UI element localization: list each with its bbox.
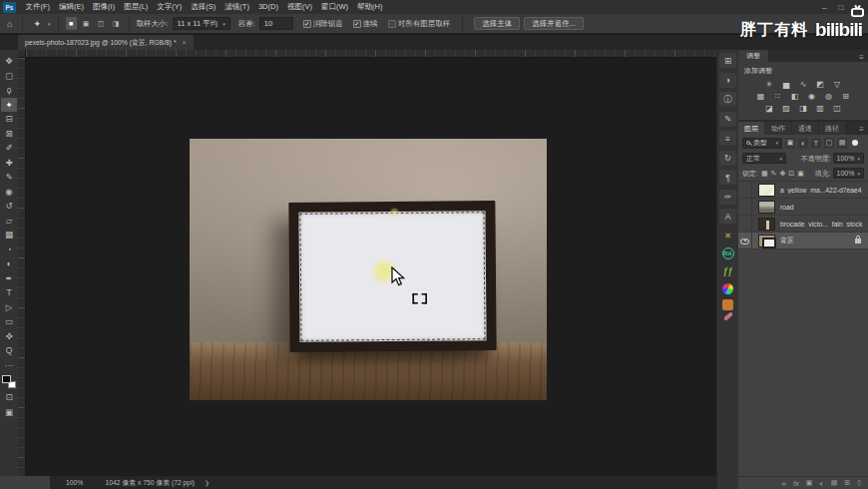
close-button[interactable]: × <box>855 3 860 12</box>
color-balance-icon[interactable]: ∷ <box>772 91 784 101</box>
plugin-pink-icon[interactable] <box>722 311 732 320</box>
lock-all-icon[interactable]: ▣ <box>797 170 804 178</box>
adjustments-panel-icon[interactable]: ◑ <box>719 73 736 88</box>
sample-all-layers-checkbox[interactable]: 对所有图层取样 <box>388 19 451 29</box>
exposure-icon[interactable]: ◩ <box>814 79 826 89</box>
color-swatches[interactable] <box>2 375 16 388</box>
intersect-selection-mode-button[interactable]: ◨ <box>111 17 122 30</box>
lasso-tool[interactable]: ϙ <box>1 83 17 98</box>
status-chevron-icon[interactable]: ❯ <box>205 479 210 486</box>
foreground-color-swatch[interactable] <box>2 375 11 383</box>
black-white-icon[interactable]: ◧ <box>789 91 801 101</box>
plugin-x-icon[interactable]: ✕ <box>719 229 736 244</box>
menu-3d[interactable]: 3D(D) <box>253 0 282 14</box>
healing-brush-tool[interactable]: ✚ <box>1 156 17 171</box>
menu-help[interactable]: 帮助(H) <box>353 0 387 14</box>
minimize-button[interactable]: – <box>822 3 826 12</box>
properties-panel-icon[interactable]: ≡ <box>719 131 736 146</box>
new-selection-mode-button[interactable]: ■ <box>66 17 77 30</box>
sample-size-dropdown[interactable]: 11 x 11 平均 ▾ <box>173 17 230 30</box>
history-panel-icon[interactable]: ↻ <box>719 151 736 166</box>
delete-layer-icon[interactable]: ▯ <box>857 479 861 487</box>
lock-position-icon[interactable]: ✥ <box>779 170 785 178</box>
plugin-ra-icon[interactable]: RA <box>722 247 734 259</box>
new-adjustment-icon[interactable]: ◐ <box>819 480 823 487</box>
add-selection-mode-button[interactable]: ▣ <box>81 17 92 30</box>
tab-paths[interactable]: 路径 <box>819 122 845 135</box>
gradient-map-icon[interactable]: ▥ <box>814 103 826 113</box>
smart-object-filter-icon[interactable]: ▤ <box>837 138 847 149</box>
close-icon[interactable]: × <box>183 39 187 46</box>
character-panel-icon[interactable]: A <box>719 209 736 224</box>
toolbar-ellipsis[interactable]: ⋯ <box>1 358 17 373</box>
adjustment-filter-icon[interactable]: ◐ <box>798 138 808 149</box>
menu-filter[interactable]: 滤镜(T) <box>220 0 254 14</box>
channel-mixer-icon[interactable]: ◍ <box>823 91 835 101</box>
screen-mode-button[interactable]: ▣ <box>1 405 17 420</box>
clone-stamp-tool[interactable]: ◉ <box>1 185 17 200</box>
new-group-icon[interactable]: ▤ <box>831 479 838 487</box>
tab-layers[interactable]: 图层 <box>738 122 764 135</box>
menu-edit[interactable]: 编辑(E) <box>55 0 89 14</box>
color-lookup-icon[interactable]: ⊞ <box>840 91 852 101</box>
paragraph-panel-icon[interactable]: ¶ <box>719 170 736 185</box>
menu-layer[interactable]: 图层(L) <box>120 0 153 14</box>
magic-wand-tool[interactable]: ✦ <box>1 98 17 113</box>
dodge-tool[interactable]: ◐ <box>1 256 17 271</box>
plugin-ff-icon[interactable]: ƒƒ <box>719 264 736 279</box>
layer-thumbnail[interactable] <box>758 184 775 197</box>
selective-color-icon[interactable]: ◫ <box>831 103 843 113</box>
select-and-mask-button[interactable]: 选择并遮住... <box>524 17 584 30</box>
tab-adjustments[interactable]: 调整 <box>738 50 768 62</box>
move-tool[interactable]: ✥ <box>1 54 17 69</box>
posterize-icon[interactable]: ▨ <box>780 103 792 113</box>
lock-transparent-icon[interactable]: ▦ <box>761 170 768 178</box>
frame-tool[interactable]: ⊠ <box>1 127 17 142</box>
home-icon[interactable]: ⌂ <box>4 19 15 29</box>
maximize-button[interactable]: □ <box>838 3 843 12</box>
brush-tool[interactable]: ✎ <box>1 170 17 185</box>
shape-tool[interactable]: ▭ <box>1 314 17 329</box>
gradient-tool[interactable]: ▦ <box>1 228 17 243</box>
zoom-tool[interactable]: Q <box>1 343 17 358</box>
menu-window[interactable]: 窗口(W) <box>316 0 352 14</box>
type-filter-icon[interactable]: T <box>811 138 821 149</box>
layer-filter-type-dropdown[interactable]: 类型 ▾ <box>742 138 782 149</box>
lock-artboard-icon[interactable]: ⊡ <box>788 170 794 178</box>
color-wheel-icon[interactable] <box>722 283 733 294</box>
photo-filter-icon[interactable]: ◉ <box>806 91 818 101</box>
canvas-area[interactable] <box>18 50 716 476</box>
layer-row-background[interactable]: 背景 <box>738 233 868 249</box>
layer-effects-icon[interactable]: fx <box>793 480 798 487</box>
filter-toggle-icon[interactable] <box>852 140 858 146</box>
type-tool[interactable]: T <box>1 285 17 300</box>
curves-icon[interactable]: ∿ <box>797 79 809 89</box>
invert-icon[interactable]: ◪ <box>763 103 775 113</box>
menu-image[interactable]: 图像(I) <box>89 0 120 14</box>
lock-pixels-icon[interactable]: ✎ <box>771 170 777 178</box>
link-layers-icon[interactable]: ∞ <box>781 480 786 487</box>
levels-icon[interactable]: ▅ <box>780 79 792 89</box>
tab-channels[interactable]: 通道 <box>792 122 818 135</box>
visibility-toggle[interactable] <box>738 216 752 232</box>
layer-row[interactable]: a_yellow_ma...422-d7eae4 <box>738 182 868 199</box>
menu-file[interactable]: 文件(F) <box>21 0 55 14</box>
anti-alias-checkbox[interactable]: ✓ 消除锯齿 <box>303 19 343 29</box>
panel-menu-icon[interactable]: ≡ <box>859 53 868 62</box>
marquee-tool[interactable]: ▢ <box>1 69 17 84</box>
new-layer-icon[interactable]: ⊞ <box>844 479 850 487</box>
menu-view[interactable]: 视图(V) <box>282 0 316 14</box>
eyedropper-tool[interactable]: ✐ <box>1 141 17 156</box>
brush-settings-panel-icon[interactable]: ✎ <box>719 112 736 127</box>
add-mask-icon[interactable]: ▣ <box>806 479 813 487</box>
tolerance-input[interactable]: 10 <box>259 17 293 30</box>
document-image[interactable] <box>190 139 547 400</box>
chevron-down-icon[interactable]: ▾ <box>48 21 51 27</box>
layer-row[interactable]: road <box>738 199 868 216</box>
threshold-icon[interactable]: ◨ <box>797 103 809 113</box>
panel-menu-icon[interactable]: ≡ <box>855 125 868 135</box>
visibility-toggle[interactable] <box>738 233 752 248</box>
hand-tool[interactable]: ✜ <box>1 329 17 344</box>
select-subject-button[interactable]: 选择主体 <box>474 17 520 30</box>
fill-field[interactable]: 100% ▾ <box>833 168 864 179</box>
